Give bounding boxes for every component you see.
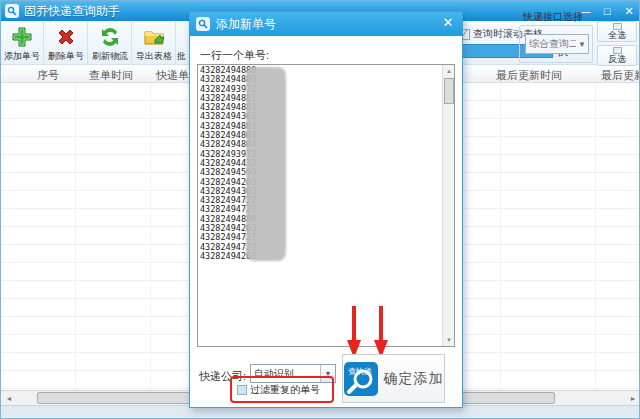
refresh-icon [98, 25, 122, 49]
maximize-button[interactable]: □ [599, 4, 615, 18]
confirm-add-button[interactable]: 查快递 确定添加 [342, 354, 445, 403]
dialog-title: 添加新单号 [216, 16, 276, 33]
toolbar-button-label: 删除单号 [48, 50, 84, 63]
invert-select-label: 反选 [608, 54, 626, 64]
window-title: 固乔快递查询助手 [24, 3, 120, 20]
textarea-scrollbar-thumb[interactable] [444, 78, 454, 104]
dialog-logo-icon [196, 17, 210, 31]
scroll-up-icon[interactable]: ▲ [443, 65, 455, 77]
textarea-vertical-scrollbar[interactable]: ▲ ▼ [442, 65, 454, 346]
app-window: 固乔快递查询助手 — □ ✕ 添加单号 删除单号 刷新物流 [0, 0, 640, 419]
toolbar-button-label: 导出表格 [136, 50, 172, 63]
filter-duplicates-checkbox[interactable]: 过滤重复的单号 [237, 383, 320, 397]
tracking-numbers-textarea[interactable]: 43282494880 43282494880 43282493972 4328… [197, 64, 455, 347]
chevron-down-icon: ▼ [576, 40, 588, 49]
scroll-left-icon[interactable]: ◄ [2, 392, 16, 405]
redaction-blur [246, 67, 286, 261]
interface-selected-value: 综合查询二 [526, 37, 576, 51]
one-per-line-label: 一行一个单号: [200, 48, 269, 63]
col-header-last-update-status[interactable]: 最后更新物流 [601, 68, 640, 83]
toolbar-button-label: 刷新物流 [92, 50, 128, 63]
toolbar-button-label: 添加单号 [4, 50, 40, 63]
col-header-last-update-time[interactable]: 最后更新时间 [496, 68, 562, 83]
annotation-arrow-right [373, 306, 389, 358]
select-all-button[interactable]: 全选 [597, 21, 637, 42]
refresh-logistics-button[interactable]: 刷新物流 [89, 22, 132, 64]
interface-group-title: 快递接口选择 [523, 10, 583, 24]
toolbar-button-label: 批 [177, 50, 186, 63]
add-plus-icon [10, 25, 34, 49]
window-controls: — □ ✕ [577, 1, 637, 21]
select-all-label: 全选 [608, 30, 626, 40]
export-folder-icon [142, 25, 166, 49]
close-button[interactable]: ✕ [621, 4, 637, 18]
chakuaidi-logo-icon: 查快递 [344, 362, 378, 396]
checkbox-filled-icon [237, 385, 247, 395]
export-table-button[interactable]: 导出表格 [133, 22, 176, 64]
clipped-toolbar-button[interactable]: 批 [177, 22, 189, 64]
add-tracking-button[interactable]: 添加单号 [1, 22, 44, 64]
filter-duplicates-label: 过滤重复的单号 [250, 383, 320, 397]
col-header-query-time[interactable]: 查单时间 [89, 68, 133, 83]
app-logo-icon [5, 4, 19, 18]
scroll-right-icon[interactable]: ► [626, 392, 640, 405]
interface-select[interactable]: 综合查询二 ▼ [525, 34, 589, 54]
dialog-close-button[interactable]: ✕ [440, 15, 456, 31]
clipped-icon [177, 25, 189, 49]
annotation-arrow-left [346, 306, 362, 358]
invert-select-icon [613, 47, 622, 54]
confirm-add-label: 确定添加 [384, 370, 444, 388]
col-header-index[interactable]: 序号 [37, 68, 59, 83]
tracking-numbers-text: 43282494880 43282494880 43282493972 4328… [200, 66, 432, 344]
dialog-titlebar: 添加新单号 ✕ [190, 12, 462, 36]
add-numbers-dialog: 添加新单号 ✕ 一行一个单号: 43282494880 43282494880 … [189, 11, 463, 408]
invert-select-button[interactable]: 反选 [597, 45, 637, 66]
delete-x-icon [54, 25, 78, 49]
delete-tracking-button[interactable]: 删除单号 [45, 22, 88, 64]
scroll-down-icon[interactable]: ▼ [443, 334, 455, 346]
select-all-icon [613, 23, 622, 30]
svg-text:查快递: 查快递 [348, 367, 372, 376]
